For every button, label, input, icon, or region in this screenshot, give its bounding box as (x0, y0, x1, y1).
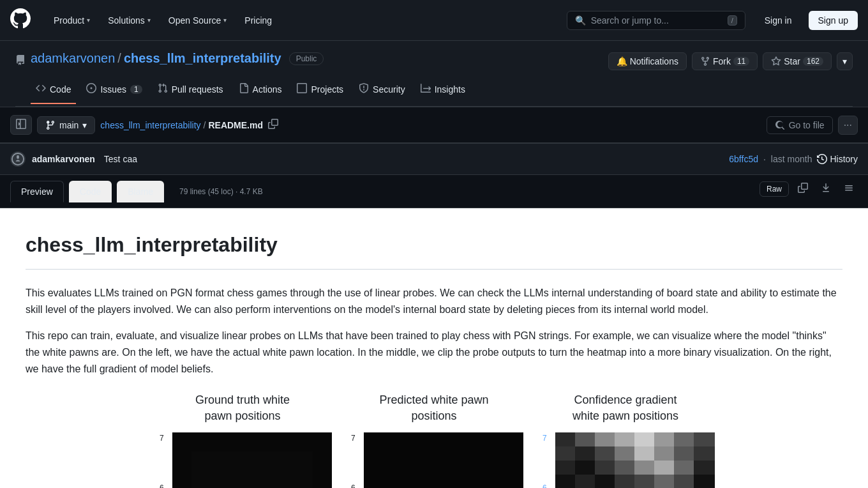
star-button[interactable]: Star 162 (763, 52, 832, 70)
blame-tab[interactable]: Blame (117, 181, 164, 202)
chart2-container: 7 6 5 (351, 432, 517, 488)
more-options-button[interactable]: ··· (838, 116, 858, 135)
history-button[interactable]: History (817, 154, 858, 164)
repo-breadcrumb: adamkarvonen / chess_llm_interpretabilit… (31, 51, 324, 66)
chart-predicted: Predicted white pawnpositions 7 6 5 (351, 392, 517, 488)
sidebar-toggle-button[interactable] (10, 115, 32, 135)
svg-rect-30 (555, 475, 575, 488)
file-repo-link[interactable]: chess_llm_interpretability (100, 120, 200, 130)
bell-icon: 🔔 (617, 56, 627, 66)
nav-product[interactable]: Product ▾ (46, 10, 98, 31)
issues-badge: 1 (130, 85, 142, 94)
repo-link[interactable]: chess_llm_interpretability (124, 51, 281, 66)
copy-path-button[interactable] (266, 116, 281, 133)
nav-pricing[interactable]: Pricing (237, 10, 280, 31)
commit-author[interactable]: adamkarvonen (32, 154, 95, 164)
nav-solutions-label: Solutions (108, 15, 145, 26)
chart1-container: 7 6 5 (160, 432, 326, 488)
security-tab-label: Security (373, 84, 405, 95)
preview-tab[interactable]: Preview (10, 181, 64, 202)
star-dropdown-button[interactable]: ▾ (837, 52, 853, 70)
nav-product-chevron: ▾ (87, 17, 90, 24)
tab-security[interactable]: Security (354, 75, 410, 104)
repo-type-icon (15, 55, 26, 68)
tab-actions[interactable]: Actions (234, 75, 287, 104)
svg-rect-25 (615, 461, 634, 475)
nav-solutions-chevron: ▾ (147, 17, 151, 24)
chart1-y-labels: 7 6 5 (160, 432, 164, 488)
svg-rect-36 (674, 475, 694, 488)
svg-rect-23 (575, 461, 595, 475)
svg-rect-35 (654, 475, 674, 488)
commit-hash[interactable]: 6bffc5d (729, 154, 758, 164)
commit-meta: 6bffc5d · last month History (729, 154, 858, 164)
nav-opensource[interactable]: Open Source ▾ (161, 10, 235, 31)
svg-rect-24 (595, 461, 615, 475)
signin-button[interactable]: Sign in (756, 11, 801, 29)
top-nav: Product ▾ Solutions ▾ Open Source ▾ Pric… (0, 0, 868, 41)
nav-pricing-label: Pricing (244, 15, 272, 26)
insights-icon (421, 83, 431, 95)
code-tab[interactable]: Code (69, 181, 112, 202)
raw-button[interactable]: Raw (760, 181, 789, 197)
file-info: 79 lines (45 loc) · 4.7 KB (179, 182, 263, 201)
commit-message: Test caa (104, 154, 137, 164)
nav-items: Product ▾ Solutions ▾ Open Source ▾ Pric… (46, 10, 557, 31)
svg-rect-32 (595, 475, 615, 488)
svg-rect-29 (694, 461, 715, 475)
tab-projects[interactable]: Projects (292, 75, 348, 104)
branch-selector[interactable]: main ▾ (37, 116, 95, 134)
svg-rect-7 (575, 432, 595, 446)
chart1-svg (172, 432, 332, 488)
nav-right: Sign in Sign up (756, 11, 858, 30)
tab-insights[interactable]: Insights (415, 75, 470, 104)
tab-pull-requests[interactable]: Pull requests (153, 75, 228, 104)
github-logo[interactable] (10, 8, 31, 33)
tab-code[interactable]: Code (31, 75, 76, 104)
owner-link[interactable]: adamkarvonen (31, 51, 115, 66)
svg-rect-14 (555, 446, 575, 461)
public-badge: Public (289, 52, 324, 65)
chart3-container: 7 6 5 (542, 432, 708, 488)
svg-rect-27 (654, 461, 674, 475)
copy-content-button[interactable] (794, 180, 812, 197)
chart2-title: Predicted white pawnpositions (379, 392, 488, 424)
svg-rect-11 (654, 432, 674, 446)
history-icon (817, 154, 827, 164)
star-icon (771, 56, 781, 66)
current-file: README.md (208, 120, 263, 130)
svg-rect-21 (694, 446, 715, 461)
chart-row: Ground truth whitepawn positions 7 6 5 P… (26, 392, 842, 488)
svg-rect-17 (615, 446, 634, 461)
branch-chevron: ▾ (82, 120, 87, 130)
notifications-label: Notifications (630, 56, 678, 66)
outline-button[interactable] (840, 180, 858, 197)
go-to-file-label: Go to file (789, 120, 825, 130)
breadcrumb-slash: / (117, 51, 121, 66)
star-label: Star (784, 56, 800, 66)
repo-actions: 🔔 Notifications Fork 11 Star 162 ▾ (608, 52, 853, 70)
star-count: 162 (803, 57, 823, 66)
svg-rect-8 (595, 432, 615, 446)
code-icon (36, 83, 46, 95)
download-button[interactable] (817, 180, 835, 197)
svg-rect-19 (654, 446, 674, 461)
tab-issues[interactable]: Issues 1 (81, 75, 147, 104)
svg-rect-2 (191, 452, 313, 488)
file-view-header: Preview Code Blame 79 lines (45 loc) · 4… (0, 175, 868, 208)
nav-solutions[interactable]: Solutions ▾ (100, 10, 158, 31)
pr-icon (158, 83, 168, 95)
branch-icon (45, 120, 56, 130)
go-to-file-button[interactable]: Go to file (767, 116, 833, 134)
repo-header: adamkarvonen / chess_llm_interpretabilit… (0, 41, 868, 107)
svg-rect-28 (674, 461, 694, 475)
insights-tab-label: Insights (435, 84, 465, 95)
history-label: History (830, 154, 858, 164)
search-bar[interactable]: 🔍 Search or jump to... / (567, 11, 745, 30)
signup-button[interactable]: Sign up (809, 11, 858, 30)
notifications-button[interactable]: 🔔 Notifications (608, 52, 687, 70)
svg-rect-26 (634, 461, 654, 475)
file-toolbar: main ▾ chess_llm_interpretability / READ… (0, 107, 868, 143)
fork-button[interactable]: Fork 11 (692, 52, 758, 70)
chart3-svg (555, 432, 715, 488)
